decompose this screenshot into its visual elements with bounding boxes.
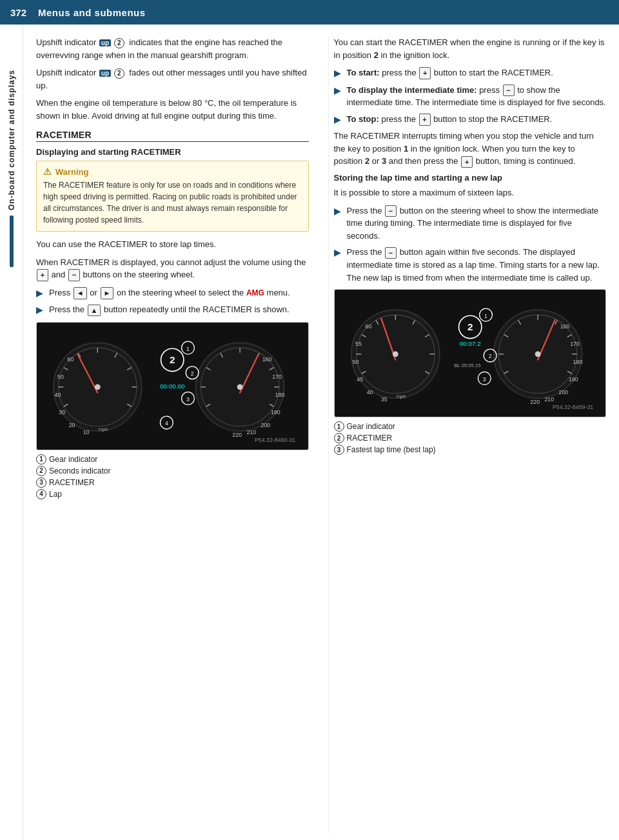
- svg-text:60: 60: [67, 356, 74, 363]
- right-bullet-stop: ▶ To stop: press the + button to stop th…: [334, 113, 607, 126]
- lap-arrow-2: ▶: [334, 246, 343, 259]
- right-arrow-3: ▶: [334, 114, 343, 126]
- warning-label: Warning: [55, 167, 89, 177]
- header-title: Menus and submenus: [38, 7, 146, 18]
- svg-text:180: 180: [573, 359, 582, 366]
- svg-text:1: 1: [186, 345, 190, 352]
- page-number: 372: [10, 7, 26, 18]
- svg-text:220: 220: [530, 399, 540, 405]
- lap-content-2: Press the − button again within five sec…: [347, 246, 607, 284]
- svg-text:30: 30: [59, 409, 65, 415]
- caption-item-2: 2 Seconds indicator: [36, 466, 309, 476]
- amg-label: AMG: [246, 288, 264, 297]
- warning-box: ⚠ Warning The RACETIMER feature is only …: [36, 161, 309, 232]
- svg-text:190: 190: [568, 376, 578, 383]
- svg-text:200: 200: [558, 389, 568, 395]
- svg-text:35: 35: [380, 396, 387, 403]
- svg-text:40: 40: [55, 392, 61, 398]
- right-btn: ►: [101, 287, 114, 299]
- svg-text:2: 2: [467, 322, 473, 333]
- svg-text:180: 180: [275, 392, 285, 398]
- svg-point-40: [237, 384, 243, 390]
- right-content-2: To display the intermediate time: press …: [347, 84, 607, 109]
- up-badge-1: up: [99, 39, 111, 46]
- bullet-arrow-1: ▶: [36, 287, 45, 300]
- lap-arrow-1: ▶: [334, 205, 343, 218]
- cap-circle-4: 4: [36, 489, 46, 499]
- up-btn: ▲: [88, 305, 101, 317]
- cap-circle-2: 2: [36, 466, 46, 476]
- section-title-racetimer: RACETIMER: [36, 130, 309, 142]
- right-content-1: To start: press the + button to start th…: [347, 66, 607, 79]
- right-body-1: The RACETIMER interrupts timing when you…: [334, 130, 607, 168]
- bullet-arrow-2: ▶: [36, 304, 45, 317]
- bullet-item-2: ▶ Press the ▲ button repeatedly until th…: [36, 303, 309, 317]
- main-layout: On-board computer and displays Upshift i…: [0, 25, 619, 840]
- body-para-2: When RACETIMER is displayed, you cannot …: [36, 256, 309, 281]
- caption-list-left: 1 Gear indicator 2 Seconds indicator 3 R…: [36, 454, 309, 499]
- svg-text:10: 10: [83, 429, 90, 435]
- main-content: Upshift indicator up 2 indicates that th…: [23, 25, 619, 840]
- minus-btn-inline: −: [68, 269, 80, 281]
- circle-2-a: 2: [114, 38, 124, 48]
- cap-circle-3: 3: [36, 477, 46, 488]
- right-column: You can start the RACETIMER when the eng…: [328, 36, 607, 834]
- svg-text:1: 1: [484, 313, 487, 319]
- cap-text-4: Lap: [49, 490, 62, 499]
- svg-text:3: 3: [186, 396, 190, 403]
- right-caption-item-3: 3 Fastest lap time (best lap): [334, 445, 607, 455]
- svg-text:2: 2: [191, 370, 194, 377]
- right-cap-circle-1: 1: [334, 421, 344, 432]
- svg-point-93: [535, 352, 540, 357]
- intro-para-1: Upshift indicator up 2 indicates that th…: [36, 36, 309, 61]
- right-arrow-1: ▶: [334, 67, 343, 80]
- warning-triangle-icon: ⚠: [43, 166, 52, 177]
- svg-text:190: 190: [271, 409, 280, 415]
- svg-text:3: 3: [482, 376, 486, 383]
- caption-item-4: 4 Lap: [36, 489, 309, 499]
- bullet-content-1: Press ◄ or ► on the steering wheel to se…: [49, 286, 309, 299]
- warning-header: ⚠ Warning: [43, 166, 302, 177]
- svg-text:210: 210: [246, 429, 256, 435]
- svg-text:mph: mph: [99, 426, 108, 432]
- svg-text:60: 60: [365, 323, 371, 330]
- svg-text:4: 4: [165, 420, 168, 426]
- svg-text:200: 200: [261, 421, 271, 428]
- body-para-1: You can use the RACETIMER to store lap t…: [36, 238, 309, 251]
- svg-text:BL 05:05.15: BL 05:05.15: [454, 363, 480, 368]
- svg-point-19: [95, 384, 101, 390]
- plus-btn-inline: +: [37, 269, 48, 281]
- lap-section-title: Storing the lap time and starting a new …: [334, 173, 607, 183]
- subsection-title: Displaying and starting RACETIMER: [36, 147, 309, 157]
- svg-text:P54.32-8459-31: P54.32-8459-31: [552, 404, 593, 410]
- svg-text:160: 160: [262, 356, 272, 363]
- svg-text:2: 2: [488, 354, 491, 360]
- svg-text:P54.32-8460-31: P54.32-8460-31: [255, 437, 295, 443]
- right-cap-text-1: Gear indicator: [347, 422, 395, 431]
- svg-text:50: 50: [57, 373, 64, 379]
- minus-btn-display: −: [503, 85, 515, 97]
- plus-btn-stop: +: [419, 114, 431, 126]
- minus-btn-lap2: −: [385, 247, 397, 259]
- svg-text:55: 55: [355, 341, 362, 347]
- right-cap-text-3: Fastest lap time (best lap): [347, 445, 436, 454]
- lap-content-1: Press the − button on the steering wheel…: [347, 205, 607, 243]
- circle-2-b: 2: [114, 68, 124, 79]
- right-intro: You can start the RACETIMER when the eng…: [334, 36, 607, 61]
- svg-text:170: 170: [272, 373, 282, 379]
- diagram-left: 60 50 40 30 20 10 mph: [36, 322, 309, 450]
- svg-text:40: 40: [366, 389, 373, 395]
- right-bullet-display: ▶ To display the intermediate time: pres…: [334, 84, 607, 109]
- header-bar: 372 Menus and submenus: [0, 0, 619, 25]
- svg-text:160: 160: [560, 323, 569, 330]
- right-cap-circle-2: 2: [334, 433, 344, 443]
- cap-text-2: Seconds indicator: [49, 466, 110, 475]
- right-bullet-start: ▶ To start: press the + button to start …: [334, 66, 607, 80]
- dashboard-svg-right: 60 55 50 45 40 35 mph: [339, 294, 602, 411]
- right-arrow-2: ▶: [334, 85, 343, 97]
- left-column: Upshift indicator up 2 indicates that th…: [36, 36, 314, 834]
- bullet-item-1: ▶ Press ◄ or ► on the steering wheel to …: [36, 286, 309, 300]
- lap-bullet-1: ▶ Press the − button on the steering whe…: [334, 205, 607, 243]
- svg-text:170: 170: [570, 341, 580, 347]
- caption-item-1: 1 Gear indicator: [36, 454, 309, 465]
